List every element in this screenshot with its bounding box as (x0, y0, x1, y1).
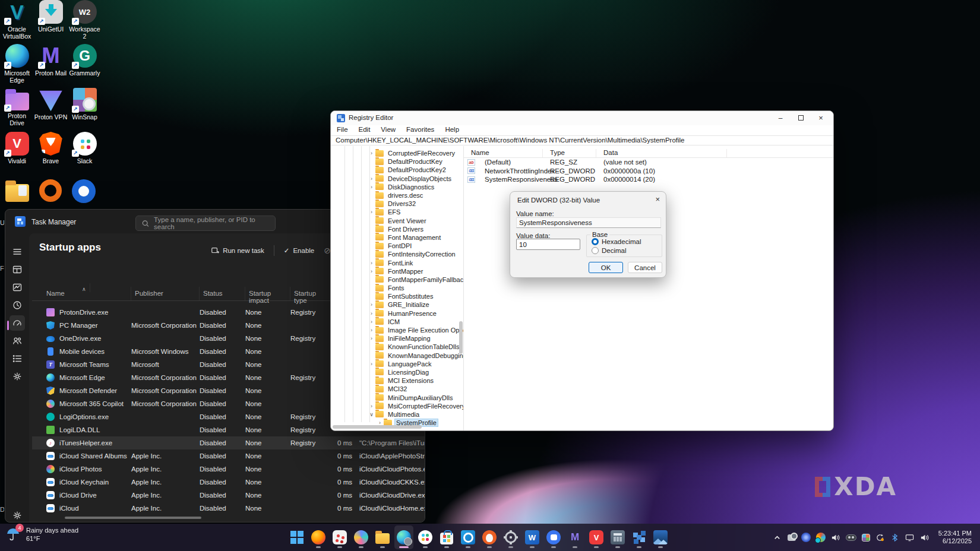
registry-tree-item[interactable]: KnownFunctionTableDlls (331, 343, 459, 351)
taskbar-proton-mail-icon[interactable]: M (565, 525, 584, 549)
decimal-radio[interactable]: Decimal (592, 247, 627, 254)
sidebar-item-details[interactable] (12, 353, 23, 364)
tray-privacy-icon[interactable] (846, 534, 856, 541)
desktop-icon-slack[interactable]: Slack (68, 132, 102, 176)
menu-icon[interactable] (12, 246, 23, 257)
tree-chevron-icon[interactable]: › (368, 268, 375, 274)
taskbar-edge-icon[interactable] (394, 525, 413, 549)
desktop-icon-unigetui[interactable]: UniGetUI (34, 0, 68, 44)
taskbar-regedit-icon[interactable] (630, 525, 649, 549)
sidebar-item-startup-apps[interactable] (10, 315, 25, 331)
taskbar-firefox-icon[interactable] (309, 525, 328, 549)
sidebar-item-services[interactable] (12, 371, 23, 382)
startup-app-row[interactable]: iCloud Drive Apple Inc. Disabled None 0 … (32, 489, 425, 502)
sidebar-item-users[interactable] (12, 335, 23, 346)
taskbar-signal-icon[interactable] (544, 525, 563, 549)
value-data-input[interactable] (516, 239, 580, 250)
sidebar-item-app-history[interactable] (12, 300, 23, 311)
column-header-startup-type[interactable]: Startup type (290, 287, 331, 300)
tray-sync-icon[interactable] (875, 533, 885, 542)
registry-tree-item[interactable]: FontDPI (331, 242, 459, 250)
taskbar-calculator-icon[interactable] (608, 525, 627, 549)
registry-tree-item[interactable]: › FontLink (331, 258, 459, 267)
registry-value-row[interactable]: SystemResponsiveness REG_DWORD 0x0000001… (464, 175, 833, 184)
registry-tree-item[interactable]: FontMapperFamilyFallback (331, 276, 459, 284)
taskbar-settings-icon[interactable] (501, 525, 520, 549)
tree-chevron-icon[interactable]: › (368, 260, 375, 266)
desktop-icon-folder-partial[interactable] (5, 184, 29, 202)
tray-sound-icon[interactable] (920, 533, 930, 542)
tray-bluetooth-icon[interactable] (890, 533, 900, 542)
registry-tree-item[interactable]: › CorruptedFileRecovery (331, 149, 459, 157)
desktop-icon-grammarly[interactable]: G Grammarly (68, 44, 102, 88)
menu-item[interactable]: View (376, 125, 400, 135)
registry-tree-item[interactable]: › DiskDiagnostics (331, 183, 459, 191)
registry-tree-item[interactable]: Fonts (331, 284, 459, 292)
registry-tree-item[interactable]: FontSubstitutes (331, 292, 459, 300)
registry-tree-item[interactable]: › LanguagePack (331, 360, 459, 368)
registry-value-row[interactable]: NetworkThrottlingIndex REG_DWORD 0x00000… (464, 167, 833, 176)
run-new-task-button[interactable]: Run new task (207, 244, 268, 257)
taskbar-file-explorer-icon[interactable] (373, 525, 392, 549)
registry-tree-item[interactable]: › MsiCorruptedFileRecovery (331, 402, 459, 410)
column-header-status[interactable]: Status (200, 287, 245, 300)
settings-icon[interactable] (12, 510, 23, 521)
tree-chevron-icon[interactable]: › (368, 176, 375, 182)
tree-chevron-icon[interactable]: › (368, 302, 375, 308)
desktop-icon-proton-vpn[interactable]: Proton VPN (34, 88, 68, 132)
startup-app-row[interactable]: iCloud Apple Inc. Disabled None 0 ms iCl… (32, 502, 425, 515)
registry-tree-item[interactable]: drivers.desc (331, 191, 459, 200)
desktop-icon-vivaldi[interactable]: V Vivaldi (0, 132, 34, 176)
tree-chevron-icon[interactable]: › (368, 327, 375, 333)
registry-tree-item[interactable]: Font Drivers (331, 225, 459, 233)
taskbar-clock[interactable]: 5:23:41 PM 6/12/2025 (938, 530, 972, 546)
taskbar-task-manager-icon[interactable] (651, 525, 670, 549)
tray-expand-icon[interactable] (773, 533, 782, 542)
tree-chevron-icon[interactable]: › (368, 361, 375, 367)
menu-item[interactable]: Help (440, 125, 464, 135)
tree-horizontal-scrollbar[interactable] (333, 425, 422, 429)
tree-chevron-icon[interactable]: › (368, 184, 375, 190)
taskbar-store-icon[interactable] (437, 525, 456, 549)
maximize-button[interactable] (791, 111, 811, 125)
taskbar-vivaldi-icon[interactable]: V (587, 525, 606, 549)
registry-tree-item[interactable]: DefaultProductKey2 (331, 166, 459, 174)
tray-winsnap-icon[interactable] (862, 534, 870, 542)
taskbar-start-button[interactable] (287, 525, 306, 549)
tree-chevron-icon[interactable]: › (368, 311, 375, 316)
registry-tree-item[interactable]: › Image File Execution Options (331, 326, 459, 334)
column-header-name[interactable]: Name (464, 149, 543, 157)
tray-volume-icon[interactable] (831, 533, 840, 542)
registry-tree-item[interactable]: Event Viewer (331, 217, 459, 225)
desktop-icon-oracle-virtualbox[interactable]: V Oracle VirtualBox (0, 0, 34, 44)
address-bar[interactable]: Computer\HKEY_LOCAL_MACHINE\SOFTWARE\Mic… (331, 135, 833, 145)
taskbar-weather-widget[interactable]: 4 Rainy days ahead 61°F (5, 526, 78, 543)
registry-tree-item[interactable]: Drivers32 (331, 200, 459, 208)
registry-tree-item[interactable]: › IniFileMapping (331, 334, 459, 343)
registry-tree-item[interactable]: FontIntensityCorrection (331, 250, 459, 258)
close-icon[interactable]: × (655, 195, 660, 204)
menu-item[interactable]: Favorites (402, 125, 439, 135)
registry-tree-item[interactable]: MCI Extensions (331, 376, 459, 385)
sidebar-item-processes[interactable] (12, 264, 23, 275)
startup-app-row[interactable]: iTunesHelper.exe Disabled None Registry … (32, 436, 425, 449)
registry-tree-item[interactable]: › EFS (331, 208, 459, 216)
column-header-type[interactable]: Type (543, 149, 596, 157)
registry-tree-item[interactable]: › GRE_Initialize (331, 300, 459, 309)
tree-vertical-scrollbar[interactable] (459, 321, 463, 354)
column-header-startup-impact[interactable]: Startup impact (245, 287, 290, 300)
tree-chevron-icon[interactable]: › (368, 319, 375, 325)
registry-tree-item[interactable]: › FontMapper (331, 267, 459, 276)
enable-button[interactable]: ✓ Enable (280, 244, 318, 257)
tree-chevron-icon[interactable]: › (368, 150, 375, 156)
registry-tree-item[interactable]: › DeviceDisplayObjects (331, 175, 459, 183)
registry-tree-item[interactable]: Font Management (331, 233, 459, 242)
tree-chevron-icon[interactable]: › (368, 335, 375, 341)
desktop-icon-winsnap[interactable]: WinSnap (68, 88, 102, 132)
registry-tree-item[interactable]: MCI32 (331, 385, 459, 393)
registry-tree-item[interactable]: › HumanPresence (331, 309, 459, 318)
menu-item[interactable]: Edit (354, 125, 375, 135)
desktop-icon-proton-mail[interactable]: M Proton Mail (34, 44, 68, 88)
registry-tree-item[interactable]: LicensingDiag (331, 368, 459, 376)
taskbar-outlook-icon[interactable] (459, 525, 478, 549)
